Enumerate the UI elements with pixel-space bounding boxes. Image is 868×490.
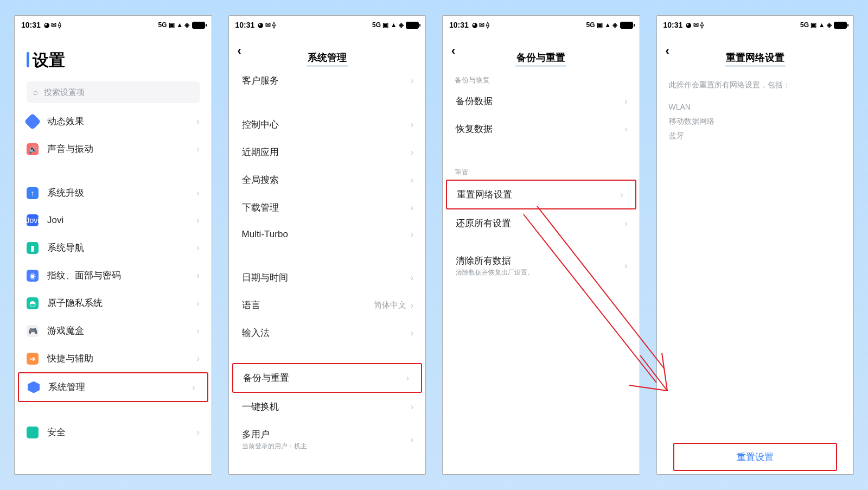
- item-language[interactable]: 语言 简体中文 ›: [229, 291, 426, 319]
- sidebar-item-dynamic[interactable]: 动态效果 ›: [15, 107, 212, 135]
- chevron-right-icon: ›: [196, 243, 199, 253]
- status-right-icons: 5G ▣ ▲ ◈: [586, 22, 618, 28]
- back-button[interactable]: ‹: [451, 44, 464, 58]
- chevron-right-icon: ›: [196, 354, 199, 364]
- battery-icon: [620, 22, 633, 29]
- sidebar-item-sound[interactable]: 🔊 声音与振动 ›: [15, 135, 212, 163]
- search-input[interactable]: ⌕ 搜索设置项: [27, 81, 200, 103]
- item-control-center[interactable]: 控制中心›: [229, 111, 426, 138]
- item-reset-all-settings[interactable]: 还原所有设置›: [443, 209, 640, 237]
- item-multi-turbo[interactable]: Multi-Turbo›: [229, 221, 426, 247]
- item-datetime[interactable]: 日期与时间›: [229, 264, 426, 291]
- jovi-icon: Jovi: [27, 214, 39, 226]
- search-placeholder: 搜索设置项: [44, 87, 85, 98]
- status-left-icons: ◕ ✉ ⟠: [686, 22, 704, 28]
- chevron-right-icon: ›: [411, 435, 413, 444]
- chevron-right-icon: ›: [411, 148, 413, 157]
- arrow-right-icon: ➜: [27, 353, 39, 365]
- chevron-right-icon: ›: [406, 373, 409, 383]
- status-bar: 10:31 ◕ ✉ ⟠ 5G ▣ ▲ ◈: [229, 16, 426, 34]
- section-reset: 重置: [443, 159, 640, 180]
- item-reset-network[interactable]: 重置网络设置›: [446, 180, 636, 209]
- sidebar-item-sysmgmt[interactable]: 系统管理 ›: [18, 372, 208, 402]
- sidebar-item-finger[interactable]: ◉ 指纹、面部与密码 ›: [15, 262, 212, 289]
- sidebar-item-gamebox[interactable]: 🎮 游戏魔盒 ›: [15, 317, 212, 345]
- language-value: 简体中文: [374, 300, 406, 310]
- arrow-up-icon: ↑: [27, 187, 39, 199]
- chevron-right-icon: ›: [196, 428, 199, 437]
- chevron-right-icon: ›: [411, 301, 413, 310]
- chevron-right-icon: ›: [196, 117, 199, 126]
- chevron-right-icon: ›: [411, 328, 413, 338]
- chevron-right-icon: ›: [411, 273, 413, 283]
- status-right-icons: 5G ▣ ▲ ◈: [372, 22, 404, 28]
- back-button[interactable]: ‹: [666, 44, 679, 58]
- battery-icon: [406, 22, 419, 29]
- status-left-icons: ◕ ✉ ⟠: [44, 22, 62, 28]
- privacy-icon: ◓: [27, 297, 39, 309]
- chevron-right-icon: ›: [624, 97, 627, 106]
- multi-user-sub: 当前登录的用户：机主: [242, 442, 411, 451]
- item-customer-service[interactable]: 客户服务 ›: [229, 67, 426, 94]
- sidebar-item-jovi[interactable]: Jovi Jovi ›: [15, 207, 212, 234]
- chevron-right-icon: ›: [196, 188, 199, 198]
- chevron-right-icon: ›: [624, 219, 627, 228]
- info-lead: 此操作会重置所有网络设置，包括：: [669, 78, 842, 92]
- status-time: 10:31: [21, 21, 41, 29]
- info-line: 蓝牙: [669, 129, 842, 143]
- sidebar-item-shortcut[interactable]: ➜ 快捷与辅助 ›: [15, 345, 212, 372]
- info-line: 移动数据网络: [669, 114, 842, 129]
- search-icon: ⌕: [33, 87, 39, 97]
- page-title: 备份与重置: [515, 51, 566, 67]
- item-restore-data[interactable]: 恢复数据›: [443, 115, 640, 143]
- item-multi-user[interactable]: 多用户 当前登录的用户：机主 ›: [229, 421, 426, 459]
- chevron-right-icon: ›: [411, 203, 413, 213]
- speaker-icon: 🔊: [27, 143, 39, 155]
- sidebar-item-security[interactable]: 安全 ›: [15, 418, 212, 446]
- status-time: 10:31: [449, 21, 469, 29]
- chevron-right-icon: ›: [411, 175, 413, 185]
- sidebar-item-privacy[interactable]: ◓ 原子隐私系统 ›: [15, 289, 212, 317]
- item-ime[interactable]: 输入法›: [229, 319, 426, 347]
- chevron-right-icon: ›: [192, 383, 195, 392]
- status-bar: 10:31 ◕ ✉ ⟠ 5G ▣ ▲ ◈: [443, 16, 640, 34]
- diamond-icon: [24, 113, 41, 130]
- chevron-right-icon: ›: [624, 261, 627, 271]
- info-block: 此操作会重置所有网络设置，包括： WLAN 移动数据网络 蓝牙: [657, 67, 854, 154]
- chevron-right-icon: ›: [620, 190, 623, 200]
- status-bar: 10:31 ◕ ✉ ⟠ 5G ▣ ▲ ◈: [657, 16, 854, 34]
- item-clone-phone[interactable]: 一键换机›: [229, 393, 426, 421]
- status-time: 10:31: [663, 21, 683, 29]
- page-title: 重置网络设置: [725, 51, 786, 67]
- reset-settings-button[interactable]: 重置设置: [673, 443, 838, 471]
- screen-system-management: 10:31 ◕ ✉ ⟠ 5G ▣ ▲ ◈ ‹ 系统管理 客户服务 › 控制中心›…: [228, 15, 426, 475]
- item-recent-apps[interactable]: 近期应用›: [229, 138, 426, 166]
- chevron-right-icon: ›: [411, 76, 413, 86]
- info-line: WLAN: [669, 100, 842, 114]
- item-download-manager[interactable]: 下载管理›: [229, 194, 426, 221]
- status-time: 10:31: [235, 21, 255, 29]
- status-right-icons: 5G ▣ ▲ ◈: [158, 22, 190, 28]
- fingerprint-icon: ◉: [27, 270, 39, 282]
- item-backup-reset[interactable]: 备份与重置›: [232, 363, 423, 393]
- battery-icon: [834, 22, 847, 29]
- item-global-search[interactable]: 全局搜索›: [229, 166, 426, 194]
- item-backup-data[interactable]: 备份数据›: [443, 87, 640, 115]
- erase-sub: 清除数据并恢复出厂设置。: [456, 268, 624, 277]
- back-button[interactable]: ‹: [238, 44, 251, 58]
- game-icon: 🎮: [27, 325, 39, 337]
- page-title: 设置: [15, 34, 212, 81]
- item-erase-all[interactable]: 清除所有数据 清除数据并恢复出厂设置。 ›: [443, 247, 640, 285]
- status-left-icons: ◕ ✉ ⟠: [472, 22, 490, 28]
- chevron-right-icon: ›: [196, 298, 199, 308]
- chevron-right-icon: ›: [196, 215, 199, 225]
- chevron-right-icon: ›: [411, 120, 413, 130]
- chevron-right-icon: ›: [624, 124, 627, 134]
- sidebar-item-nav[interactable]: ▮ 系统导航 ›: [15, 234, 212, 262]
- section-backup-restore: 备份与恢复: [443, 67, 640, 87]
- sidebar-item-upgrade[interactable]: ↑ 系统升级 ›: [15, 179, 212, 207]
- shield-icon: [27, 427, 39, 438]
- chevron-right-icon: ›: [411, 230, 413, 239]
- screen-settings: 10:31 ◕ ✉ ⟠ 5G ▣ ▲ ◈ 设置 ⌕ 搜索设置项 动态效果 › 🔊: [14, 15, 212, 475]
- phone-icon: ▮: [27, 242, 39, 254]
